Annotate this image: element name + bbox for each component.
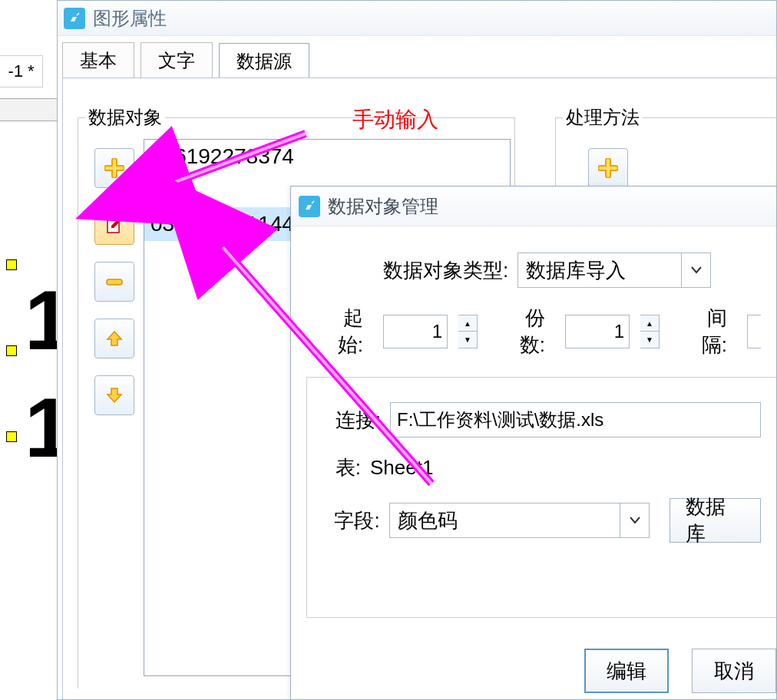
interval-input[interactable] <box>747 315 761 348</box>
move-down-button[interactable] <box>94 375 134 415</box>
edit-button[interactable] <box>94 205 134 245</box>
field-label: 字段: <box>322 507 380 534</box>
selection-handle[interactable] <box>6 431 17 442</box>
list-item[interactable]: 696192278374 <box>144 140 510 173</box>
dialog-title: 数据对象管理 <box>328 194 438 219</box>
annotation-manual-input: 手动输入 <box>352 105 438 134</box>
tabs: 基本 文字 数据源 <box>58 36 776 78</box>
left-strip: -1 * 1 1 <box>0 0 61 700</box>
type-combo-value: 数据库导入 <box>518 257 681 284</box>
conn-input[interactable] <box>390 402 761 438</box>
add-processing-button[interactable] <box>588 148 628 188</box>
type-combo[interactable]: 数据库导入 <box>517 253 711 288</box>
spinner-up-icon[interactable]: ▲ <box>640 315 659 332</box>
count-input[interactable] <box>565 315 630 348</box>
canvas[interactable]: 1 1 <box>0 121 61 700</box>
svg-rect-2 <box>107 279 122 285</box>
table-value: Sheet1 <box>370 456 433 480</box>
start-input[interactable] <box>383 315 448 348</box>
spinner-down-icon[interactable]: ▼ <box>458 332 477 348</box>
db-frame: 连接: 表: Sheet1 字段: 颜色码 数据库 <box>306 377 776 618</box>
chevron-down-icon[interactable] <box>620 504 649 537</box>
count-label: 份数: <box>502 305 545 358</box>
spinner-up-icon[interactable]: ▲ <box>458 315 477 332</box>
svg-line-0 <box>77 13 79 15</box>
data-button[interactable]: 数据库 <box>670 498 761 543</box>
group-data-object-title: 数据对象 <box>85 105 165 130</box>
button-column <box>94 148 136 432</box>
conn-label: 连接: <box>322 407 381 434</box>
move-up-button[interactable] <box>94 319 134 358</box>
add-button[interactable] <box>94 148 134 188</box>
document-tab[interactable]: -1 * <box>0 55 43 88</box>
tab-basic[interactable]: 基本 <box>62 42 134 78</box>
cancel-button[interactable]: 取消 <box>692 649 776 693</box>
type-label: 数据对象类型: <box>383 257 508 284</box>
spinner-down-icon[interactable]: ▼ <box>640 332 659 348</box>
remove-button[interactable] <box>94 262 134 302</box>
svg-line-3 <box>312 201 314 203</box>
ruler <box>0 98 61 121</box>
count-spinner[interactable]: ▲ ▼ <box>640 315 660 348</box>
window-title: 图形属性 <box>93 6 167 31</box>
field-combo[interactable]: 颜色码 <box>389 503 650 538</box>
edit-confirm-button[interactable]: 编辑 <box>584 649 669 693</box>
app-icon <box>64 8 85 29</box>
document-tab-label: -1 * <box>8 61 34 81</box>
selection-handle[interactable] <box>6 259 17 270</box>
title-bar: 图形属性 <box>58 1 776 36</box>
dialog-object-manage: 数据对象管理 数据对象类型: 数据库导入 起始: ▲ ▼ 份数: ▲ <box>290 186 777 700</box>
tab-datasource[interactable]: 数据源 <box>219 43 309 78</box>
start-spinner[interactable]: ▲ ▼ <box>458 315 478 348</box>
field-combo-value: 颜色码 <box>390 507 620 534</box>
chevron-down-icon[interactable] <box>681 253 710 287</box>
tab-text[interactable]: 文字 <box>141 42 213 78</box>
app-icon <box>299 196 320 217</box>
interval-label: 间隔: <box>684 305 727 358</box>
selection-handle[interactable] <box>6 345 17 356</box>
dialog-title-bar[interactable]: 数据对象管理 <box>291 187 776 226</box>
start-label: 起始: <box>320 305 363 358</box>
table-label: 表: <box>322 454 361 481</box>
group-processing-title: 处理方法 <box>563 105 643 130</box>
